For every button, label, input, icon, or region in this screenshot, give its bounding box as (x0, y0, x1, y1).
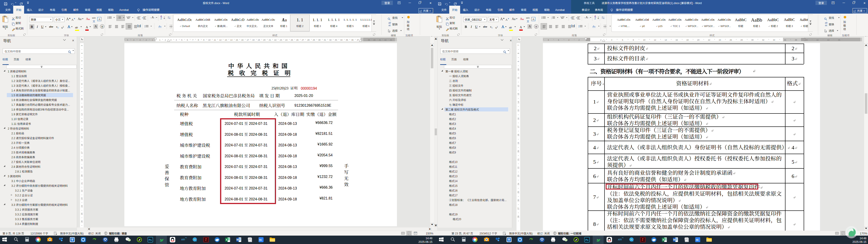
svg-text:Hi: Hi (259, 239, 262, 241)
svg-text:Ps: Ps (149, 239, 152, 241)
svg-text:Hi: Hi (696, 239, 699, 241)
svg-text:3: 3 (117, 18, 118, 19)
svg-text:xin: xin (618, 238, 622, 241)
svg-text:Ps: Ps (585, 239, 588, 241)
svg-text:3: 3 (551, 18, 552, 19)
svg-text:xin: xin (181, 238, 185, 241)
